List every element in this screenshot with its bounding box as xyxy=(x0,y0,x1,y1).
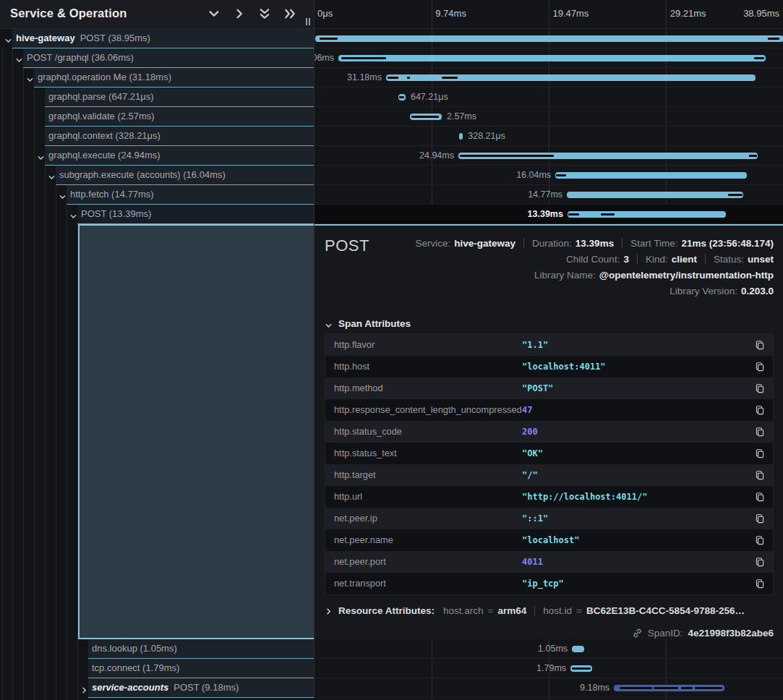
span-bar-dns-lookup[interactable] xyxy=(572,646,584,652)
child-span-mark xyxy=(749,155,757,157)
span-row-graphql-validate[interactable]: graphql.validate (2.57ms) xyxy=(0,107,314,127)
child-span-mark xyxy=(620,687,652,689)
span-row-label: service-accountsPOST (9.18ms) xyxy=(92,678,311,697)
span-row-subgraph-execute-accounts-[interactable]: subgraph.execute (accounts) (16.04ms) xyxy=(0,166,314,185)
divider xyxy=(705,254,706,264)
span-row-graphql-context[interactable]: graphql.context (328.21μs) xyxy=(0,127,314,146)
span-bar-http-fetch[interactable] xyxy=(567,192,743,198)
child-span-mark xyxy=(388,77,398,79)
timeline-row-graphql-execute: 24.94ms xyxy=(315,146,783,166)
span-detail-header-line: Library Version:0.203.0 xyxy=(415,283,774,299)
field-value: unset xyxy=(748,254,774,265)
double-chevron-right-icon[interactable] xyxy=(283,7,296,20)
attribute-key: http.status_text xyxy=(334,443,397,464)
operation-name: graphql.operation Me (31.18ms) xyxy=(38,72,171,82)
timeline-row-graphql-validate: 2.57ms xyxy=(315,107,783,127)
chevron-down-icon[interactable] xyxy=(15,54,23,62)
span-row-graphql-parse[interactable]: graphql.parse (647.21μs) xyxy=(0,88,314,107)
chevron-down-icon[interactable] xyxy=(26,74,34,82)
child-span-mark xyxy=(681,687,693,689)
copy-icon[interactable] xyxy=(755,535,765,545)
copy-icon[interactable] xyxy=(755,383,765,393)
child-span-mark xyxy=(601,213,615,215)
attribute-value: "::1" xyxy=(522,508,548,529)
chevron-right-icon[interactable] xyxy=(325,607,333,615)
span-bar-subgraph-execute-accounts-[interactable] xyxy=(555,172,747,179)
operation-name: tcp.connect (1.79ms) xyxy=(92,662,179,673)
span-bar-post[interactable] xyxy=(568,211,726,218)
resource-attributes-row[interactable]: Resource Attributes: host.arch=arm64host… xyxy=(325,605,774,616)
child-span-mark xyxy=(460,155,554,157)
copy-icon[interactable] xyxy=(755,448,765,458)
span-attributes-section-header[interactable]: Span Attributes xyxy=(325,318,411,329)
span-row-label: dns.lookup (1.05ms) xyxy=(92,639,311,658)
span-duration-label: 14.77ms xyxy=(528,185,562,205)
chevron-down-icon[interactable] xyxy=(207,7,221,20)
child-span-mark xyxy=(399,96,404,98)
copy-icon[interactable] xyxy=(755,405,765,415)
chevron-down-icon[interactable] xyxy=(69,210,77,218)
copy-icon[interactable] xyxy=(755,579,765,589)
span-detail-panel: POST Service:hive-gatewayDuration:13.39m… xyxy=(315,224,783,639)
span-row-graphql-operation-me[interactable]: graphql.operation Me (31.18ms) xyxy=(0,68,314,88)
copy-icon[interactable] xyxy=(755,470,765,480)
child-span-mark xyxy=(411,116,439,118)
span-row-post-graphql[interactable]: POST /graphql (36.06ms) xyxy=(0,48,314,68)
attribute-row-http-response-content-length-uncompressed: http.response_content_length_uncompresse… xyxy=(325,399,773,421)
field-label: Status: xyxy=(714,254,744,265)
double-chevron-down-icon[interactable] xyxy=(258,7,271,20)
span-id-row: SpanID: 4e21998f3b82abe6 xyxy=(632,628,774,639)
span-duration-label: 13.39ms xyxy=(528,205,563,224)
span-row-label: hive-gatewayPOST (38.95ms) xyxy=(16,29,311,48)
chevron-down-icon[interactable] xyxy=(4,35,12,43)
timeline-tick: 9.74ms xyxy=(435,8,466,19)
attribute-row-net-transport: net.transport"ip_tcp" xyxy=(325,573,773,594)
chevron-right-icon[interactable] xyxy=(233,7,246,20)
span-row-dns-lookup[interactable]: dns.lookup (1.05ms) xyxy=(0,639,314,659)
span-duration-label: 16.04ms xyxy=(516,166,551,185)
field-value: 0.203.0 xyxy=(741,286,774,296)
child-span-mark xyxy=(320,38,338,40)
copy-icon[interactable] xyxy=(755,362,765,372)
span-id-label: SpanID: xyxy=(648,628,683,639)
field-label: Library Name: xyxy=(534,270,596,281)
field-value: 3 xyxy=(623,254,629,265)
child-span-mark xyxy=(654,687,678,689)
span-row-post[interactable]: hive-gatewayPOST (38.95ms) xyxy=(0,29,314,48)
timeline-row-tcp-connect: 1.79ms xyxy=(315,659,783,678)
attribute-value: "OK" xyxy=(522,443,543,464)
chevron-down-icon[interactable] xyxy=(37,152,45,160)
child-span-mark xyxy=(442,77,458,79)
span-row-post[interactable]: POST (13.39ms) xyxy=(0,205,314,224)
span-row-post[interactable]: service-accountsPOST (9.18ms) xyxy=(0,678,314,698)
copy-icon[interactable] xyxy=(755,340,765,350)
field-value: client xyxy=(672,254,697,265)
chevron-down-icon[interactable] xyxy=(48,171,56,179)
link-icon[interactable] xyxy=(632,628,643,639)
child-span-mark xyxy=(695,687,722,689)
chevron-down-icon[interactable] xyxy=(59,191,67,199)
field-label: Library Version: xyxy=(669,286,737,296)
field-value: @opentelemetry/instrumentation-http xyxy=(599,270,774,281)
copy-icon[interactable] xyxy=(755,557,765,567)
span-bar-post-graphql[interactable] xyxy=(338,55,766,61)
copy-icon[interactable] xyxy=(755,427,765,437)
span-bar-post[interactable] xyxy=(315,35,783,42)
timeline-row-subgraph-execute-accounts-: 16.04ms xyxy=(315,166,783,185)
panel-resize-grip[interactable] xyxy=(306,18,310,25)
span-row-http-fetch[interactable]: http.fetch (14.77ms) xyxy=(0,185,314,205)
chevron-right-icon[interactable] xyxy=(80,684,88,692)
attribute-key: http.response_content_length_uncompresse… xyxy=(334,399,522,421)
span-row-tcp-connect[interactable]: tcp.connect (1.79ms) xyxy=(0,659,314,678)
span-row-graphql-execute[interactable]: graphql.execute (24.94ms) xyxy=(0,146,314,166)
chevron-down-icon[interactable] xyxy=(325,320,333,328)
attribute-value: "/" xyxy=(522,464,538,486)
child-span-mark xyxy=(572,667,591,670)
attribute-row-net-peer-port: net.peer.port4011 xyxy=(325,551,773,573)
span-row-label: graphql.operation Me (31.18ms) xyxy=(38,68,311,87)
copy-icon[interactable] xyxy=(755,492,765,502)
attribute-value: "1.1" xyxy=(522,334,548,356)
operation-name: POST (9.18ms) xyxy=(174,682,239,693)
span-bar-graphql-context[interactable] xyxy=(459,133,463,140)
copy-icon[interactable] xyxy=(755,513,765,524)
